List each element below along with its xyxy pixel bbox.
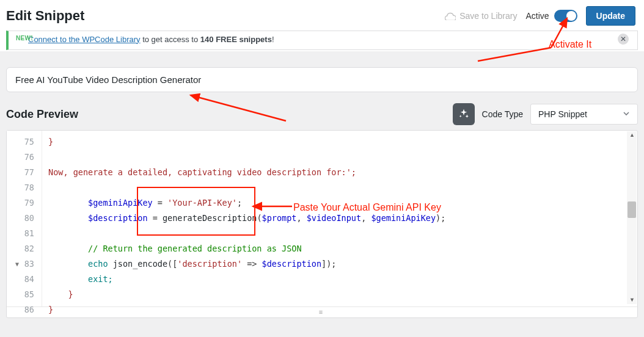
scrollbar-thumb[interactable] xyxy=(628,201,636,218)
arrow-annotation-title xyxy=(183,92,293,128)
connect-library-link[interactable]: Connect to the WPCode Library xyxy=(28,35,141,44)
banner-text: Connect to the WPCode Library to get acc… xyxy=(28,35,274,44)
banner-rest: to get access to xyxy=(141,35,200,44)
dismiss-banner-button[interactable]: ✕ xyxy=(618,34,629,45)
scroll-down-icon[interactable]: ▼ xyxy=(629,297,635,303)
code-editor[interactable]: 75 76 77 78 79 80 81 82 ▼83 84 85 86 } N… xyxy=(6,130,638,318)
fold-icon[interactable]: ▼ xyxy=(15,256,19,272)
banner-bold: 140 FREE snippets xyxy=(200,35,272,44)
close-icon: ✕ xyxy=(620,35,626,43)
sparkle-icon xyxy=(458,108,469,121)
update-button[interactable]: Update xyxy=(586,6,635,26)
scroll-up-icon[interactable]: ▲ xyxy=(629,132,635,138)
banner-tail: ! xyxy=(272,35,274,44)
ai-generate-button[interactable] xyxy=(453,103,475,125)
page-title: Edit Snippet xyxy=(6,8,84,24)
code-type-label: Code Type xyxy=(482,109,523,119)
code-preview-heading: Code Preview xyxy=(6,108,78,121)
editor-gutter: 75 76 77 78 79 80 81 82 ▼83 84 85 86 xyxy=(7,131,42,306)
arrow-annotation-apikey xyxy=(248,195,297,212)
annotation-redbox xyxy=(137,187,255,236)
svg-line-1 xyxy=(551,18,567,48)
code-type-value: PHP Snippet xyxy=(538,109,587,119)
svg-line-2 xyxy=(191,95,286,121)
arrow-annotation-activate xyxy=(472,15,569,57)
code-type-select[interactable]: PHP Snippet xyxy=(530,104,638,125)
code-area[interactable]: } Now, generate a detailed, captivating … xyxy=(42,131,637,306)
snippet-title-input[interactable] xyxy=(6,67,638,92)
chevron-down-icon xyxy=(623,109,630,119)
new-tag: NEW! xyxy=(16,35,33,42)
cloud-icon xyxy=(445,12,456,20)
